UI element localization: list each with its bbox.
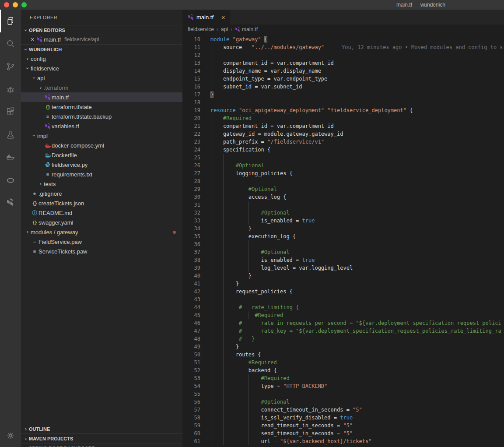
tree-item-readme.md[interactable]: README.md	[21, 208, 182, 218]
tree-item-.terraform[interactable]: ›.terraform	[21, 83, 182, 92]
workspace-header[interactable]: › WUNDERLICH	[21, 44, 182, 54]
tree-item-docker-compose.yml[interactable]: docker-compose.yml	[21, 141, 182, 150]
line-number[interactable]: 21	[182, 122, 200, 130]
line-number[interactable]: 20	[182, 114, 200, 122]
code-line[interactable]: 43	[182, 296, 504, 303]
code-line[interactable]: 11 source = "../../modules/gateway"You, …	[182, 43, 504, 51]
line-number[interactable]: 12	[182, 51, 200, 59]
code-line[interactable]: 45 #Required	[182, 311, 504, 319]
line-number[interactable]: 31	[182, 201, 200, 209]
code-line[interactable]: 53 #Required	[182, 374, 504, 382]
tree-item-fieldservice.py[interactable]: fieldservice.py	[21, 160, 182, 169]
code-line[interactable]: 55	[182, 390, 504, 398]
code-line[interactable]: 23 path_prefix = "/fieldservice/v1"	[182, 138, 504, 146]
line-number[interactable]: 30	[182, 193, 200, 201]
line-number[interactable]: 38	[182, 256, 200, 264]
tree-item-terraform.tfstate[interactable]: {}terraform.tfstate	[21, 102, 182, 112]
code-line[interactable]: 32 #Optional	[182, 209, 504, 217]
code-line[interactable]: 35 execution_log {	[182, 232, 504, 240]
code-line[interactable]: 42 request_policies {	[182, 288, 504, 296]
tree-item-fieldservice[interactable]: ›fieldservice	[21, 63, 182, 73]
line-number[interactable]: 10	[182, 35, 200, 43]
code-line[interactable]: 40 }	[182, 272, 504, 280]
code-line[interactable]: 60 send_timeout_in_seconds = "5"	[182, 429, 504, 437]
line-number[interactable]: 51	[182, 359, 200, 366]
code-line[interactable]: 61 url = "${var.backend_host}/tickets"	[182, 437, 504, 445]
code-line[interactable]: 15 endpoint_type = var.endpoint_type	[182, 75, 504, 83]
tree-item-requirements.txt[interactable]: ≡requirements.txt	[21, 169, 182, 179]
code-line[interactable]: 27 logging_policies {	[182, 169, 504, 177]
line-number[interactable]: 52	[182, 366, 200, 374]
code-line[interactable]: 34 }	[182, 225, 504, 232]
breadcrumb-item-api[interactable]: api	[221, 26, 228, 32]
code-line[interactable]: 57 connect_timeout_in_seconds = "5"	[182, 406, 504, 414]
section-maven-projects[interactable]: ›MAVEN PROJECTS	[21, 433, 182, 443]
line-number[interactable]: 11	[182, 43, 200, 51]
line-number[interactable]: 29	[182, 185, 200, 193]
minimize-window-button[interactable]	[13, 2, 18, 7]
line-number[interactable]: 45	[182, 311, 200, 319]
line-number[interactable]: 15	[182, 75, 200, 83]
code-line[interactable]: 58 is_ssl_verify_disabled = true	[182, 414, 504, 422]
line-number[interactable]: 48	[182, 335, 200, 343]
code-line[interactable]: 29 #Optional	[182, 185, 504, 193]
code-line[interactable]: 59 read_timeout_in_seconds = "5"	[182, 422, 504, 429]
line-number[interactable]: 35	[182, 232, 200, 240]
code-line[interactable]: 51 #Required	[182, 359, 504, 366]
line-number[interactable]: 36	[182, 240, 200, 248]
activity-item-oracle[interactable]	[0, 169, 21, 192]
line-number[interactable]: 60	[182, 429, 200, 437]
tab-main.tf[interactable]: main.tf×	[182, 10, 230, 25]
code-line[interactable]: 47 # rate_key = "${var.deployment_specif…	[182, 327, 504, 335]
activity-item-explorer[interactable]	[0, 10, 21, 32]
code-line[interactable]: 14 display_name = var.display_name	[182, 67, 504, 75]
line-number[interactable]: 49	[182, 343, 200, 351]
tree-item-config[interactable]: ›config	[21, 54, 182, 63]
section-spring-boot-dashboard[interactable]: ›SPRING BOOT DASHBOARD	[21, 443, 182, 447]
code-line[interactable]: 13 compartment_id = var.compartment_id	[182, 59, 504, 67]
tree-item-api[interactable]: ›api	[21, 73, 182, 83]
code-line[interactable]: 37 #Optional	[182, 248, 504, 256]
line-number[interactable]: 43	[182, 296, 200, 303]
line-number[interactable]: 24	[182, 146, 200, 154]
tree-item-main.tf[interactable]: main.tf	[21, 92, 182, 102]
open-editor-main.tf[interactable]: ×main.tffieldservice/api	[21, 35, 182, 44]
code-line[interactable]: 41 }	[182, 280, 504, 288]
breadcrumb-item-main.tf[interactable]: main.tf	[235, 26, 258, 32]
code-line[interactable]: 49 }	[182, 343, 504, 351]
line-number[interactable]: 26	[182, 162, 200, 169]
tree-item-servicetickets.paw[interactable]: ≡ServiceTickets.paw	[21, 246, 182, 256]
line-number[interactable]: 23	[182, 138, 200, 146]
code-line[interactable]: 36	[182, 240, 504, 248]
activity-item-search[interactable]	[0, 32, 21, 55]
code-line[interactable]: 21 compartment_id = var.compartment_id	[182, 122, 504, 130]
code-line[interactable]: 30 access_log {	[182, 193, 504, 201]
line-number[interactable]: 19	[182, 106, 200, 114]
line-number[interactable]: 47	[182, 327, 200, 335]
line-number[interactable]: 46	[182, 319, 200, 327]
code-line[interactable]: 25	[182, 154, 504, 162]
activity-item-source-control[interactable]	[0, 55, 21, 78]
tree-item-fieldservice.paw[interactable]: ≡FieldService.paw	[21, 237, 182, 246]
code-line[interactable]: 39 log_level = var.logging_level	[182, 264, 504, 272]
line-number[interactable]: 27	[182, 169, 200, 177]
activity-item-debug[interactable]	[0, 78, 21, 101]
tree-item-dockerfile[interactable]: Dockerfile	[21, 150, 182, 160]
line-number[interactable]: 41	[182, 280, 200, 288]
line-number[interactable]: 44	[182, 303, 200, 311]
line-number[interactable]: 55	[182, 390, 200, 398]
code-line[interactable]: 28	[182, 177, 504, 185]
code-line[interactable]: 18	[182, 99, 504, 106]
tree-item-impl[interactable]: ›impl	[21, 131, 182, 141]
tree-item-createtickets.json[interactable]: {}createTickets.json	[21, 198, 182, 208]
activity-item-test[interactable]	[0, 123, 21, 146]
line-number[interactable]: 58	[182, 414, 200, 422]
activity-item-docker[interactable]	[0, 146, 21, 169]
tree-item-modules-gateway[interactable]: ›modules / gateway	[21, 227, 182, 237]
line-number[interactable]: 16	[182, 83, 200, 91]
line-number[interactable]: 25	[182, 154, 200, 162]
code-line[interactable]: 56 #Optional	[182, 398, 504, 406]
tree-item-tests[interactable]: ›tests	[21, 179, 182, 189]
code-area[interactable]: 10module "gateway" {11 source = "../../m…	[182, 34, 504, 447]
line-number[interactable]: 18	[182, 99, 200, 106]
